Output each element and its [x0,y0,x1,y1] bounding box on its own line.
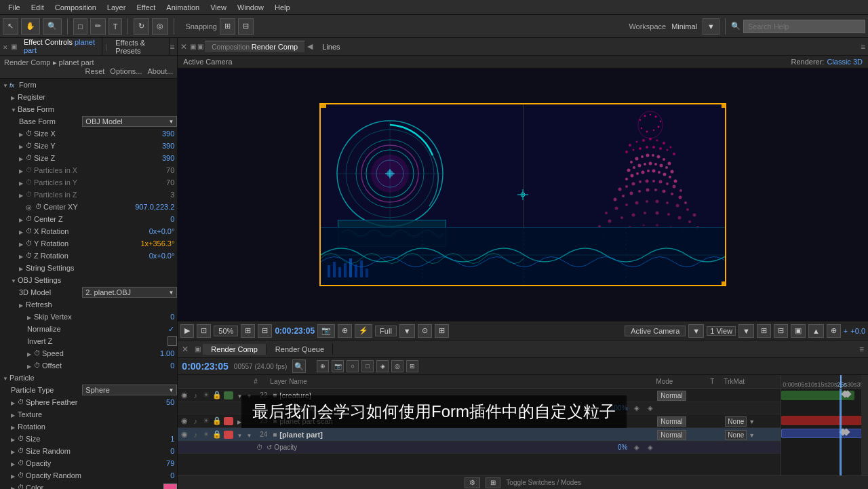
layer-24-lock[interactable]: 🔒 [212,430,222,439]
prop-base-form-header[interactable]: Base Form [0,103,177,115]
layer-24-audio[interactable]: ♪ [190,431,201,439]
layer-24-name[interactable]: [planet part] [279,431,657,439]
prop-opacity-random-value[interactable]: 0 [170,471,177,480]
particle-type-dropdown[interactable]: Sphere ▼ [82,385,177,395]
size-stopwatch[interactable] [18,435,26,443]
prop-obj-settings-header[interactable]: OBJ Settings [0,274,177,286]
layer-23-vis[interactable]: ◉ [179,416,190,425]
vt-zoom-select[interactable]: 50% [214,326,238,336]
y-rot-toggle[interactable] [19,240,26,248]
tl-shape-new[interactable]: □ [361,360,374,372]
particle-toggle[interactable] [3,374,9,382]
layer-23-mode-value[interactable]: Normal [657,416,686,427]
prop-color[interactable]: Color [0,482,177,489]
prop-size-random[interactable]: Size Random 0 [0,445,177,457]
base-form-dropdown[interactable]: OBJ Model ▼ [82,116,177,127]
prop-opacity[interactable]: Opacity 79 [0,457,177,469]
particles-y-stopwatch[interactable] [26,178,34,187]
register-toggle[interactable] [11,94,18,101]
menu-help[interactable]: Help [269,3,296,12]
rect-tool[interactable]: □ [73,18,87,35]
search-help-input[interactable] [743,20,865,33]
prop-offset[interactable]: Offset 0 [0,359,177,372]
size-z-stopwatch[interactable] [26,154,34,162]
particles-z-toggle[interactable] [19,191,26,199]
form-toggle[interactable] [3,81,9,89]
prop-speed-value[interactable]: 1.00 [160,349,177,357]
comp-panel-menu[interactable]: ≡ [861,42,865,52]
layer-24-mode-value[interactable]: Normal [657,430,686,440]
menu-view[interactable]: View [205,3,232,12]
x-rot-stopwatch[interactable] [26,227,34,235]
size-y-toggle[interactable] [19,142,26,150]
layer-22-mode-value[interactable]: Normal [657,391,686,401]
prop-x-rot-value[interactable]: 0x+0.0° [149,227,178,235]
y-rot-stopwatch[interactable] [26,239,34,248]
prop-size-x-value[interactable]: 390 [162,130,177,138]
about-btn[interactable]: About... [147,67,173,75]
timeline-work-marker[interactable] [840,389,842,475]
prop-z-rot-value[interactable]: 0x+0.0° [149,252,178,260]
prop-particle-header[interactable]: Particle [0,372,177,384]
layer-22-lock[interactable]: 🔒 [212,391,222,399]
anchor-tool[interactable]: ◎ [152,18,168,35]
prop-center-xy[interactable]: Center XY 907.0,223.2 [0,201,177,213]
vt-render-btn[interactable]: ⊟ [774,324,788,338]
x-rot-toggle[interactable] [19,228,26,235]
vt-quality-select[interactable]: Full [375,326,397,336]
prop-center-xy-value[interactable]: 907.0,223.2 [135,203,177,211]
vt-effects-btn[interactable]: ▣ [791,324,806,338]
opacity-toggle[interactable] [11,460,18,467]
size-random-toggle[interactable] [11,448,18,455]
prop-size-z[interactable]: Size Z 390 [0,152,177,164]
comp-arrow[interactable]: ◀ [304,42,315,51]
prop-size-x[interactable]: Size X 390 [0,128,177,140]
layer-22-audio[interactable]: ♪ [190,391,201,399]
comp-image[interactable] [319,103,726,286]
tl-comp-new[interactable]: ◎ [391,360,403,372]
layer-24-trkmat-value[interactable]: None [725,430,747,440]
prop-z-rotation[interactable]: Z Rotation 0x+0.0° [0,250,177,262]
rotate-tool[interactable]: ↻ [134,18,149,35]
vt-camera-btn[interactable]: 📷 [317,324,335,338]
prop-skip-vertex[interactable]: Skip Vertex 0 [0,311,177,323]
menu-effect[interactable]: Effect [131,3,161,12]
tab-effect-controls[interactable]: Effect Controls planet part [18,37,102,57]
timeline-menu[interactable]: ≡ [855,345,868,354]
tab-render-comp[interactable]: Render Comp [203,344,266,355]
prop-offset-value[interactable]: 0 [170,361,177,370]
opacity-random-stopwatch[interactable] [18,471,26,480]
snapping-options[interactable]: ⊟ [238,18,254,35]
prop-normalize[interactable]: Normalize ✓ [0,323,177,335]
size-x-stopwatch[interactable] [26,130,34,138]
layer-23-audio[interactable]: ♪ [190,417,201,425]
menu-layer[interactable]: Layer [102,3,132,12]
reset-btn[interactable]: Reset [85,67,105,75]
menu-animation[interactable]: Animation [161,3,205,12]
prop-base-form-value[interactable]: Base Form OBJ Model ▼ [0,115,177,128]
timeline-scrollbar[interactable] [861,375,868,475]
color-stopwatch[interactable] [18,484,26,489]
particles-y-toggle[interactable] [19,179,26,187]
layer-23-trkmat-value[interactable]: None [725,416,747,427]
prop-3d-model[interactable]: 3D Model 2. planet.OBJ ▼ [0,286,177,298]
size-y-stopwatch[interactable] [26,142,34,150]
tl-null-new[interactable]: ○ [347,360,359,372]
layer-24-track[interactable] [781,427,868,439]
offset-toggle[interactable] [27,362,34,370]
options-btn[interactable]: Options... [110,67,142,75]
tl-guide-new[interactable]: ⊞ [406,360,418,372]
size-toggle[interactable] [11,435,18,443]
center-xy-stopwatch[interactable] [35,203,43,211]
prop-size-value[interactable]: 1 [170,435,177,443]
timeline-close[interactable]: ✕ [178,345,193,354]
snapping-toggle[interactable]: ⊞ [220,18,235,35]
obj-settings-toggle[interactable] [11,277,18,284]
vt-fast-preview[interactable]: ⚡ [355,324,372,338]
center-xy-target[interactable] [26,203,35,211]
comp-panel-close[interactable]: ✕ [180,42,187,52]
layer-22-solo[interactable]: ☀ [201,391,212,399]
vt-transparency[interactable]: ⊙ [418,324,432,338]
prop-rotation[interactable]: Rotation [0,420,177,433]
tl-switches-btn[interactable]: ⚙ [465,477,480,488]
